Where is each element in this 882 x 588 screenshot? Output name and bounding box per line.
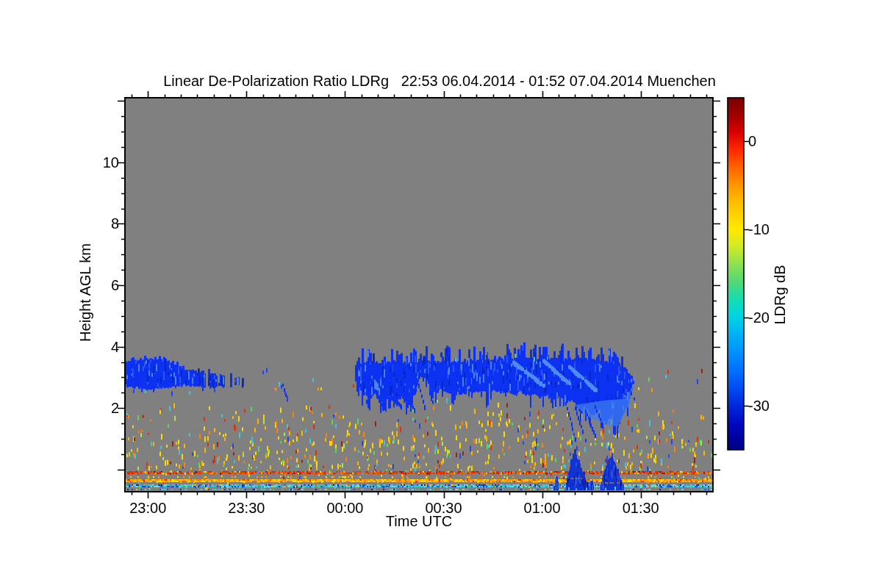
y-tick-label: 10 bbox=[75, 154, 119, 171]
y-tick-label: 4 bbox=[75, 339, 119, 355]
y-tick-label: 6 bbox=[75, 277, 119, 293]
x-tick-label: 01:00 bbox=[509, 500, 576, 516]
x-tick-label: 01:30 bbox=[608, 500, 674, 516]
colorbar-tick-label: 0 bbox=[748, 133, 792, 149]
ldr-quicklook-figure: Linear De-Polarization Ratio LDRg 22:53 … bbox=[0, 0, 882, 588]
colorbar-label: LDRg dB bbox=[772, 229, 789, 361]
colorbar-tick-label: -20 bbox=[748, 309, 792, 326]
y-tick-label: 2 bbox=[75, 400, 119, 416]
colorbar-tick-label: -30 bbox=[748, 398, 792, 414]
x-tick-label: 23:30 bbox=[213, 500, 279, 516]
colorbar-tick-label: -10 bbox=[748, 221, 792, 237]
x-tick-label: 23:00 bbox=[115, 500, 181, 516]
chart-title: Linear De-Polarization Ratio LDRg 22:53 … bbox=[0, 73, 879, 89]
y-tick-label: 8 bbox=[75, 215, 119, 232]
x-tick-label: 00:30 bbox=[411, 500, 477, 516]
x-tick-label: 00:00 bbox=[312, 500, 378, 516]
